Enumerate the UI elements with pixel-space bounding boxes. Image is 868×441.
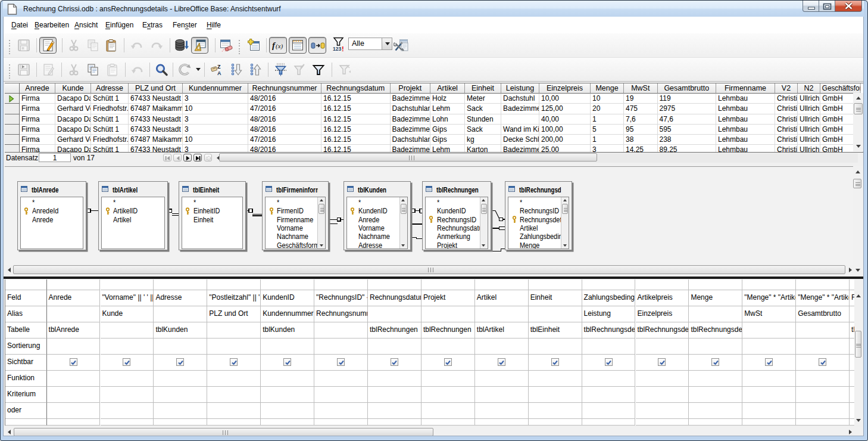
copy-button-2[interactable] <box>86 63 100 77</box>
query-cell-partial[interactable] <box>742 419 796 426</box>
query-column-top[interactable] <box>261 279 314 291</box>
query-cell-partial[interactable] <box>796 419 850 426</box>
run-query-button[interactable] <box>174 38 189 52</box>
cell[interactable]: 238 <box>658 135 717 145</box>
design-table-tbleinheit[interactable]: tblEinheit*EinheitIDEinheit <box>179 181 246 250</box>
row-header-5[interactable] <box>5 135 20 145</box>
query-cell-alias-8[interactable] <box>421 306 475 322</box>
query-cell-alias-13[interactable] <box>689 306 742 322</box>
query-cell-funktion-12[interactable] <box>636 371 689 387</box>
standard-filter-button[interactable] <box>311 63 326 77</box>
field-name[interactable]: Einheit <box>193 216 238 224</box>
field-name[interactable]: Adresse <box>358 241 402 249</box>
field-name[interactable]: Anrede <box>32 216 78 224</box>
field-name[interactable]: Geschäftsform <box>277 241 320 249</box>
cell[interactable]: 10 <box>183 135 248 145</box>
copy-button[interactable] <box>86 38 100 52</box>
query-definition-grid[interactable]: FeldAnrede"Vorname" || ' ' || "Nachname"… <box>5 279 854 426</box>
cell[interactable]: Wand im Kinderzimmer <box>501 125 539 135</box>
field-name[interactable]: Artikel <box>520 224 564 232</box>
query-column-top[interactable] <box>742 279 796 291</box>
cell[interactable]: 67433 Neustadt <box>129 145 183 152</box>
cell[interactable]: Friedhofstr. 3 <box>91 135 129 145</box>
query-cell-funktion-5[interactable] <box>261 371 314 387</box>
cell[interactable]: Sack <box>465 125 501 135</box>
query-cell-funktion-14[interactable] <box>742 371 796 387</box>
cell[interactable]: 200,00 <box>539 135 591 145</box>
field-name[interactable]: Firmenname <box>277 216 320 224</box>
cell[interactable]: 3 <box>183 94 248 104</box>
toolbar-drag-handle[interactable] <box>9 39 11 56</box>
column-header-einheit[interactable]: Einheit <box>465 83 501 94</box>
query-cell-alias-12[interactable]: Einzelpreis <box>636 306 689 322</box>
query-cell-feld-14[interactable]: "Menge" * "Artikelpreis" <box>742 290 796 306</box>
sort-dialog-button[interactable]: ZA <box>210 63 224 77</box>
paste-button[interactable] <box>104 38 118 52</box>
visible-checkbox-7[interactable] <box>391 358 398 366</box>
edit-button[interactable] <box>39 37 57 54</box>
query-cell-tabelle-16[interactable]: tblFirmeninformationen <box>850 322 854 338</box>
cell[interactable]: Firma <box>20 145 55 152</box>
cell[interactable]: Firma <box>20 104 55 114</box>
query-column-top[interactable] <box>636 279 689 291</box>
query-cell-kriterium-11[interactable] <box>582 387 636 403</box>
visible-checkbox-1[interactable] <box>70 358 77 366</box>
cell[interactable]: Lehmbau <box>716 125 775 135</box>
cell[interactable]: 67433 Neustadt <box>129 94 183 104</box>
visible-checkbox-15[interactable] <box>819 358 826 366</box>
menu-datei[interactable]: Datei <box>11 17 28 33</box>
query-cell-feld-5[interactable]: KundenID <box>261 290 314 306</box>
field-name[interactable]: RechnungsID <box>520 207 564 215</box>
alias-toggle[interactable] <box>308 37 326 54</box>
cell[interactable]: Badezimmer OG <box>501 104 539 114</box>
title-bar[interactable]: Rechnung Chrissi.odb : ansRechnungsdetai… <box>1 1 867 17</box>
query-cell-sortierung-11[interactable] <box>582 338 636 355</box>
field-name[interactable]: KundenID <box>437 207 482 215</box>
field-name[interactable]: FirmenID <box>277 207 320 215</box>
query-cell-tabelle-12[interactable]: tblRechnungsdetails <box>636 322 689 338</box>
cell[interactable]: 89,25 <box>658 145 717 152</box>
query-cell-oder-16[interactable] <box>850 403 854 419</box>
column-header-rechnungsdatum[interactable]: Rechnungsdatum <box>321 83 391 94</box>
cell[interactable]: Karton <box>465 145 501 152</box>
record-number-input[interactable]: 1 <box>39 153 71 162</box>
query-column-top[interactable] <box>850 279 854 291</box>
query-cell-sortierung-15[interactable] <box>796 338 850 355</box>
query-cell-sortierung-9[interactable] <box>475 338 529 355</box>
cell[interactable]: 1 <box>591 135 624 145</box>
query-cell-oder-3[interactable] <box>154 403 207 419</box>
cell[interactable]: Christian <box>775 125 798 135</box>
menu-fenster[interactable]: Fenster <box>173 17 197 33</box>
cell[interactable]: Ullrich <box>798 104 820 114</box>
field-name[interactable]: * <box>32 198 78 207</box>
cell[interactable]: 48/2016 <box>248 94 321 104</box>
cell[interactable]: Schütt 1 <box>91 145 129 152</box>
table-scrollbar[interactable] <box>480 197 488 249</box>
scrollbar-thumb[interactable] <box>14 428 433 436</box>
query-cell-partial[interactable] <box>314 419 368 426</box>
query-cell-feld-10[interactable]: Einheit <box>529 290 582 306</box>
query-cell-kriterium-6[interactable] <box>314 387 368 403</box>
redo-button[interactable] <box>149 38 164 52</box>
query-cell-oder-14[interactable] <box>742 403 796 419</box>
field-name[interactable]: AnredeId <box>32 207 78 215</box>
cell[interactable]: Dachstuhlanbau <box>391 104 431 114</box>
cell[interactable]: Dacapo Dance <box>55 125 91 135</box>
cell[interactable]: Dacapo Dance <box>55 145 91 152</box>
autofilter-button[interactable] <box>273 63 289 77</box>
query-cell-kriterium-16[interactable] <box>850 387 854 403</box>
cell[interactable]: Dacapo Dance <box>55 94 91 104</box>
query-column-top[interactable] <box>529 279 582 291</box>
query-cell-partial[interactable] <box>368 419 421 426</box>
query-cell-oder-8[interactable] <box>421 403 475 419</box>
row-header-6[interactable] <box>5 145 20 152</box>
cell[interactable]: Firma <box>20 114 55 125</box>
field-name[interactable]: RechnungsID <box>437 216 482 224</box>
design-table-tblartikel[interactable]: tblArtikel*ArtikelIDArtikel <box>98 181 168 250</box>
cell[interactable]: Ullrich <box>798 94 820 104</box>
functions-toggle[interactable]: f(x) <box>269 37 287 54</box>
query-column-top[interactable] <box>796 279 850 291</box>
cell[interactable]: Dachstuhlanbau <box>391 135 431 145</box>
table-scrollbar[interactable] <box>399 197 407 249</box>
cell[interactable]: 16.12.15 <box>321 135 391 145</box>
